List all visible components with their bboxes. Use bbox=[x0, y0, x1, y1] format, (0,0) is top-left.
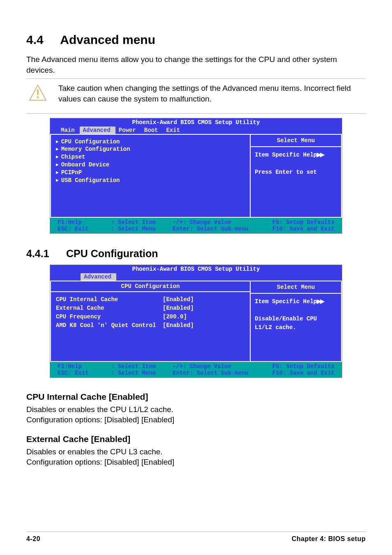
chapter-label: Chapter 4: BIOS setup bbox=[292, 535, 366, 543]
bios-tabs: Advanced bbox=[50, 273, 342, 281]
help-line: Item Specific Help bbox=[255, 152, 317, 158]
item-label: PCIPnP bbox=[61, 169, 82, 177]
setting-label: External Cache bbox=[56, 304, 163, 313]
bios-left-panel: CPU Configuration CPU Internal Cache[Ena… bbox=[50, 281, 251, 362]
bios-footer: F1:Help : Select Item -/+: Change Value … bbox=[50, 218, 342, 233]
setting-heading-cpu-internal-cache: CPU Internal Cache [Enabled] bbox=[26, 392, 366, 402]
item-label: USB Configuration bbox=[61, 177, 120, 184]
item-label: Chipset bbox=[61, 153, 85, 161]
bios-footer: F1:Help : Select Item -/+: Change Value … bbox=[50, 362, 342, 378]
divider bbox=[26, 78, 366, 79]
divider bbox=[26, 113, 366, 114]
svg-point-3 bbox=[37, 97, 39, 99]
setting-heading-external-cache: External Cache [Enabled] bbox=[26, 434, 366, 444]
item-label: CPU Configuration bbox=[61, 138, 120, 146]
setting-value: [Enabled] bbox=[163, 304, 194, 313]
section-heading: 4.4 Advanced menu bbox=[26, 33, 366, 47]
bios-help-panel: Select Menu Item Specific Help▶▶ Disable… bbox=[251, 281, 342, 362]
submenu-arrow-icon: ▶ bbox=[56, 154, 59, 160]
section-title-text: Advanced menu bbox=[60, 33, 155, 46]
setting-value: [Enabled] bbox=[163, 321, 194, 330]
bios-title: Phoenix-Award BIOS CMOS Setup Utility bbox=[50, 118, 342, 127]
submenu-arrow-icon: ▶ bbox=[56, 177, 59, 184]
setting-external-cache[interactable]: External Cache[Enabled] bbox=[56, 304, 243, 313]
footer-f5: F5: Setup Defaults bbox=[259, 363, 334, 370]
setting-options: Configuration options: [Disabled] [Enabl… bbox=[26, 415, 366, 425]
tab-power[interactable]: Power bbox=[115, 127, 141, 134]
caution-text: Take caution when changing the settings … bbox=[58, 83, 366, 104]
caution-block: Take caution when changing the settings … bbox=[26, 83, 366, 104]
footer-f10: F10: Save and Exit bbox=[259, 226, 334, 232]
footer-f10: F10: Save and Exit bbox=[259, 370, 334, 376]
footer-select-item: : Select Item bbox=[111, 219, 173, 226]
page-footer: 4-20 Chapter 4: BIOS setup bbox=[26, 532, 366, 543]
footer-select-menu: : Select Menu bbox=[111, 370, 173, 376]
section-number: 4.4 bbox=[26, 33, 44, 46]
item-label: Onboard Device bbox=[61, 161, 110, 169]
tab-exit[interactable]: Exit bbox=[163, 127, 185, 134]
footer-select-menu: : Select Menu bbox=[111, 226, 173, 232]
footer-enter: Enter: Select Sub-menu bbox=[173, 370, 259, 376]
double-arrow-icon: ▶▶ bbox=[317, 151, 323, 158]
menu-memory-configuration[interactable]: ▶Memory Configuration bbox=[56, 145, 243, 153]
help-line: Disable/Enable CPU L1/L2 cache. bbox=[255, 315, 317, 331]
menu-pcipnp[interactable]: ▶PCIPnP bbox=[56, 169, 243, 177]
menu-usb-configuration[interactable]: ▶USB Configuration bbox=[56, 177, 243, 184]
tab-main[interactable]: Main bbox=[58, 127, 80, 134]
menu-cpu-configuration[interactable]: ▶CPU Configuration bbox=[56, 138, 243, 146]
tab-advanced[interactable]: Advanced bbox=[80, 127, 115, 134]
setting-label: CPU Frequency bbox=[56, 313, 163, 321]
bios-help-panel: Select Menu Item Specific Help▶▶ Press E… bbox=[251, 135, 342, 218]
footer-enter: Enter: Select Sub-menu bbox=[173, 226, 259, 232]
help-line: Item Specific Help bbox=[255, 298, 317, 305]
setting-value: [Enabled] bbox=[163, 295, 194, 304]
help-title: Select Menu bbox=[251, 281, 341, 290]
setting-label: AMD K8 Cool 'n' Quiet Control bbox=[56, 321, 163, 330]
section-intro: The Advanced menu items allow you to cha… bbox=[26, 54, 366, 75]
menu-onboard-device[interactable]: ▶Onboard Device bbox=[56, 161, 243, 169]
double-arrow-icon: ▶▶ bbox=[317, 298, 323, 304]
bios-title: Phoenix-Award BIOS CMOS Setup Utility bbox=[50, 265, 342, 273]
bios-tabs: Main Advanced Power Boot Exit bbox=[50, 127, 342, 135]
setting-options: Configuration options: [Disabled] [Enabl… bbox=[26, 457, 366, 467]
bios-left-panel: ▶CPU Configuration ▶Memory Configuration… bbox=[50, 135, 251, 218]
bios-screen-advanced: Phoenix-Award BIOS CMOS Setup Utility Ma… bbox=[50, 118, 342, 234]
submenu-arrow-icon: ▶ bbox=[56, 170, 59, 176]
footer-change-value: -/+: Change Value bbox=[173, 219, 259, 226]
footer-change-value: -/+: Change Value bbox=[173, 363, 259, 370]
subsection-title: CPU Configuration bbox=[66, 248, 158, 259]
footer-select-item: : Select Item bbox=[111, 363, 173, 370]
footer-f1: F1:Help bbox=[58, 219, 111, 226]
footer-esc: ESC: Exit bbox=[58, 370, 111, 376]
setting-cpu-frequency[interactable]: CPU Frequency[200.0] bbox=[56, 313, 243, 321]
submenu-arrow-icon: ▶ bbox=[56, 139, 59, 145]
subsection-heading: 4.4.1 CPU Configuration bbox=[26, 248, 366, 260]
footer-f5: F5: Setup Defaults bbox=[259, 219, 334, 226]
footer-f1: F1:Help bbox=[58, 363, 111, 370]
subsection-number: 4.4.1 bbox=[26, 248, 63, 260]
setting-value: [200.0] bbox=[163, 313, 187, 321]
setting-amd-cool-n-quiet[interactable]: AMD K8 Cool 'n' Quiet Control[Enabled] bbox=[56, 321, 243, 330]
setting-desc: Disables or enables the CPU L3 cache. bbox=[26, 447, 366, 457]
submenu-arrow-icon: ▶ bbox=[56, 162, 59, 168]
panel-title: CPU Configuration bbox=[51, 281, 250, 292]
menu-chipset[interactable]: ▶Chipset bbox=[56, 153, 243, 161]
svg-rect-2 bbox=[37, 89, 39, 95]
tab-advanced[interactable]: Advanced bbox=[81, 273, 116, 281]
bios-screen-cpu-config: Phoenix-Award BIOS CMOS Setup Utility Ad… bbox=[50, 265, 342, 378]
caution-icon bbox=[29, 84, 47, 102]
submenu-arrow-icon: ▶ bbox=[56, 146, 59, 152]
page-number: 4-20 bbox=[26, 535, 40, 543]
help-title: Select Menu bbox=[251, 135, 341, 144]
help-line: Press Enter to set bbox=[255, 169, 317, 175]
tab-boot[interactable]: Boot bbox=[141, 127, 163, 134]
setting-label: CPU Internal Cache bbox=[56, 295, 163, 304]
setting-cpu-internal-cache[interactable]: CPU Internal Cache[Enabled] bbox=[56, 295, 243, 304]
item-label: Memory Configuration bbox=[61, 145, 130, 153]
footer-esc: ESC: Exit bbox=[58, 226, 111, 232]
setting-desc: Disables or enables the CPU L1/L2 cache. bbox=[26, 404, 366, 415]
